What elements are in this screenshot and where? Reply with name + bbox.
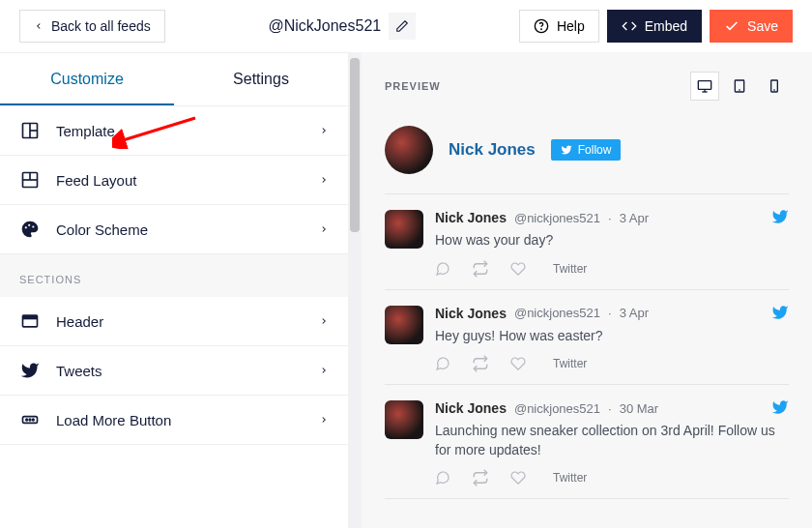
twitter-icon <box>19 360 41 381</box>
svg-rect-19 <box>698 81 710 90</box>
separator-dot: · <box>608 306 612 320</box>
check-icon <box>724 18 740 34</box>
menu-template[interactable]: Template <box>0 106 348 156</box>
tweet-date: 3 Apr <box>620 306 649 320</box>
tweet-avatar <box>385 210 423 249</box>
like-icon[interactable] <box>510 470 526 486</box>
chevron-right-icon <box>319 415 329 425</box>
reply-icon[interactable] <box>435 261 450 277</box>
separator-dot: · <box>608 211 612 225</box>
tweet-source[interactable]: Twitter <box>553 262 587 276</box>
svg-point-17 <box>29 419 31 421</box>
reply-icon[interactable] <box>435 470 450 486</box>
twitter-icon <box>561 144 572 156</box>
header-icon <box>19 310 41 332</box>
menu-tweets[interactable]: Tweets <box>0 346 348 396</box>
device-tablet-button[interactable] <box>725 72 754 101</box>
device-mobile-button[interactable] <box>760 72 789 101</box>
reply-icon[interactable] <box>435 356 450 371</box>
menu-color-scheme-label: Color Scheme <box>56 221 148 238</box>
chevron-right-icon <box>319 316 329 326</box>
tweet-author: Nick Jones <box>435 400 507 416</box>
menu-header[interactable]: Header <box>0 297 348 346</box>
tweet-date: 3 Apr <box>620 211 649 225</box>
retweet-icon[interactable] <box>472 469 489 486</box>
tweet: Nick Jones @nickjones521 · 3 Apr How was… <box>385 194 789 290</box>
svg-point-10 <box>25 226 27 228</box>
feed-profile-header: Nick Jones Follow <box>385 120 789 194</box>
twitter-icon <box>771 208 789 225</box>
save-label: Save <box>747 18 778 34</box>
profile-name: Nick Jones <box>449 140 536 160</box>
help-label: Help <box>557 18 585 34</box>
tweet-actions: Twitter <box>435 260 789 278</box>
tweet-handle: @nickjones521 <box>514 401 600 416</box>
back-to-feeds-button[interactable]: Back to all feeds <box>19 10 165 43</box>
tweets-list: Nick Jones @nickjones521 · 3 Apr How was… <box>385 194 789 499</box>
twitter-icon <box>771 398 789 416</box>
main: Customize Settings Template Feed Layou <box>0 52 812 528</box>
retweet-icon[interactable] <box>472 260 489 278</box>
follow-button[interactable]: Follow <box>551 139 622 161</box>
tweet-author: Nick Jones <box>435 306 507 321</box>
topbar: Back to all feeds @NickJones521 Help Emb… <box>0 0 812 52</box>
tab-settings[interactable]: Settings <box>174 53 348 105</box>
back-label: Back to all feeds <box>51 18 151 34</box>
save-button[interactable]: Save <box>710 10 793 43</box>
svg-point-12 <box>32 225 34 227</box>
menu-load-more[interactable]: Load More Button <box>0 396 348 445</box>
menu-header-label: Header <box>56 313 103 330</box>
tweet-text: How was your day? <box>435 231 789 250</box>
chevron-right-icon <box>319 224 329 234</box>
feed-title: @NickJones521 <box>268 17 381 35</box>
sidebar-scrollbar[interactable] <box>348 52 362 528</box>
menu-feed-layout-label: Feed Layout <box>56 172 136 189</box>
device-desktop-button[interactable] <box>690 72 719 101</box>
svg-point-16 <box>26 419 28 421</box>
tweet: Nick Jones @nickjones521 · 3 Apr Hey guy… <box>385 290 789 386</box>
edit-feed-name-button[interactable] <box>389 13 416 40</box>
tab-customize[interactable]: Customize <box>0 53 174 105</box>
chevron-right-icon <box>319 366 329 375</box>
preview-header: PREVIEW <box>385 72 789 101</box>
tweet-actions: Twitter <box>435 355 789 372</box>
menu-template-label: Template <box>56 123 115 139</box>
menu-feed-layout[interactable]: Feed Layout <box>0 156 348 205</box>
svg-point-1 <box>541 29 542 30</box>
top-actions: Help Embed Save <box>519 10 793 43</box>
tweet-handle: @nickjones521 <box>514 306 600 320</box>
tweet-handle: @nickjones521 <box>514 211 600 225</box>
embed-label: Embed <box>645 18 687 34</box>
tweet-source[interactable]: Twitter <box>553 471 587 485</box>
tweet-avatar <box>385 400 423 439</box>
menu-color-scheme[interactable]: Color Scheme <box>0 205 348 254</box>
help-button[interactable]: Help <box>519 10 599 43</box>
tabbar: Customize Settings <box>0 53 348 106</box>
chevron-right-icon <box>319 175 329 185</box>
svg-point-11 <box>28 224 30 226</box>
annotation-arrow <box>112 114 199 149</box>
layout-icon <box>19 169 41 191</box>
feed-title-wrap: @NickJones521 <box>175 13 509 40</box>
tweet-date: 30 Mar <box>620 401 658 416</box>
load-more-icon <box>19 409 41 430</box>
separator-dot: · <box>608 401 612 416</box>
retweet-icon[interactable] <box>472 355 489 372</box>
like-icon[interactable] <box>510 261 526 277</box>
tweet-author: Nick Jones <box>435 210 507 225</box>
tweet-avatar <box>385 306 423 344</box>
chevron-left-icon <box>34 21 44 31</box>
preview-pane: PREVIEW Nick Jones Follow <box>362 52 812 528</box>
like-icon[interactable] <box>510 356 526 371</box>
tweet-source[interactable]: Twitter <box>553 357 587 370</box>
embed-button[interactable]: Embed <box>607 10 702 43</box>
pencil-icon <box>395 19 409 33</box>
chevron-right-icon <box>319 126 329 135</box>
svg-rect-14 <box>23 315 38 319</box>
sidebar: Customize Settings Template Feed Layou <box>0 52 348 528</box>
tweet-text: Launching new sneaker collection on 3rd … <box>435 422 789 459</box>
desktop-icon <box>697 78 712 94</box>
code-icon <box>622 18 637 34</box>
scrollbar-thumb[interactable] <box>350 58 360 232</box>
tablet-icon <box>732 78 747 94</box>
